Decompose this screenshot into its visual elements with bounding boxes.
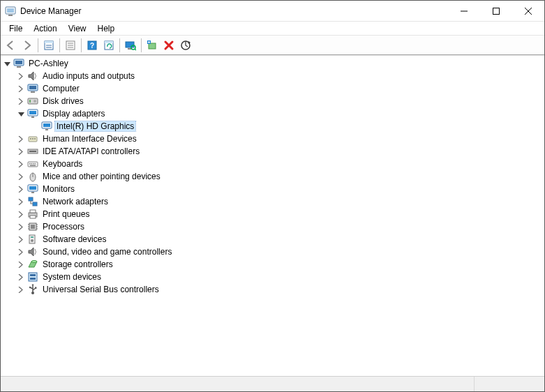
toolbar-separator (119, 38, 120, 52)
tree-item-label: Audio inputs and outputs (41, 71, 136, 81)
toolbar-refresh-button[interactable] (100, 37, 117, 54)
window-title: Device Manager (20, 6, 448, 16)
tree-item-label: Human Interface Devices (41, 134, 138, 144)
expander-icon[interactable] (16, 109, 26, 119)
network-icon (27, 196, 38, 207)
expander-icon[interactable] (16, 209, 26, 219)
toolbar-show-hide-console-button[interactable] (40, 37, 57, 54)
menu-action[interactable]: Action (28, 22, 62, 35)
printer-icon (27, 209, 38, 220)
expander-icon[interactable] (16, 134, 26, 144)
tree-item-label: Computer (41, 84, 81, 93)
toolbar-enable-button[interactable] (144, 37, 160, 54)
tree-root[interactable]: PC-Ashley (1, 57, 544, 70)
mouse-icon (27, 171, 38, 182)
computer-icon (13, 58, 24, 69)
toolbar-separator (141, 38, 142, 52)
expander-icon[interactable] (16, 84, 26, 93)
tree-item-label: Software devices (41, 234, 107, 244)
display-icon (41, 121, 52, 132)
tree-item-network[interactable]: Network adapters (15, 195, 544, 208)
tree-item-disk-drives[interactable]: Disk drives (15, 95, 544, 107)
tree-item-label: Sound, video and game controllers (41, 247, 173, 257)
tree-item-storage-controllers[interactable]: Storage controllers (15, 258, 544, 271)
audio-icon (27, 246, 38, 257)
maximize-button[interactable] (480, 1, 512, 22)
computer-icon (27, 83, 38, 94)
tree-item-label: Storage controllers (41, 259, 114, 269)
tree-item-ide[interactable]: IDE ATA/ATAPI controllers (15, 145, 544, 158)
tree-item-print-queues[interactable]: Print queues (15, 208, 544, 220)
cpu-icon (27, 221, 38, 232)
expander-icon[interactable] (2, 59, 12, 68)
toolbar (1, 36, 544, 55)
expander-icon[interactable] (16, 222, 26, 232)
expander-icon[interactable] (16, 272, 26, 282)
status-cell (475, 377, 544, 391)
tree-item-system-devices[interactable]: System devices (15, 271, 544, 283)
expander-icon[interactable] (16, 247, 26, 257)
audio-icon (27, 70, 38, 82)
expander-icon[interactable] (16, 146, 26, 156)
expander-icon[interactable] (16, 197, 26, 206)
expander-icon[interactable] (16, 71, 26, 81)
tree-item-software-devices[interactable]: Software devices (15, 233, 544, 246)
software-icon (27, 234, 38, 245)
tree-item-label: Network adapters (41, 197, 110, 206)
tree-item-label: Monitors (41, 184, 76, 194)
tree-item-usb[interactable]: Universal Serial Bus controllers (15, 283, 544, 296)
tree-item-keyboards[interactable]: Keyboards (15, 158, 544, 170)
tree-item-display-adapters[interactable]: Display adapters (15, 107, 544, 120)
disk-icon (27, 96, 38, 107)
expander-icon[interactable] (16, 259, 26, 269)
monitor-icon (27, 183, 38, 195)
toolbar-uninstall-button[interactable] (160, 37, 177, 54)
tree-item-label: Universal Serial Bus controllers (41, 285, 160, 294)
title-bar: Device Manager (1, 1, 544, 22)
tree-item-label: Mice and other pointing devices (41, 172, 162, 181)
device-tree[interactable]: PC-Ashley Audio inputs and outputs Compu… (1, 55, 544, 376)
tree-item-hid[interactable]: Human Interface Devices (15, 133, 544, 145)
expander-icon[interactable] (16, 96, 26, 106)
app-icon (5, 6, 16, 17)
toolbar-forward-button[interactable] (19, 37, 36, 54)
menu-file[interactable]: File (3, 22, 28, 35)
status-bar (1, 376, 544, 391)
storage-icon (27, 259, 38, 270)
system-icon (27, 271, 38, 282)
toolbar-properties-button[interactable] (62, 37, 79, 54)
tree-item-sound-video[interactable]: Sound, video and game controllers (15, 246, 544, 258)
keyboard-icon (27, 158, 38, 169)
close-button[interactable] (512, 1, 544, 22)
menu-help[interactable]: Help (92, 22, 121, 35)
tree-item-label: Disk drives (41, 96, 85, 106)
tree-item-audio[interactable]: Audio inputs and outputs (15, 70, 544, 82)
tree-item-label: Processors (41, 222, 86, 232)
tree-item-processors[interactable]: Processors (15, 220, 544, 233)
toolbar-separator (59, 38, 60, 52)
svg-rect-70 (493, 8, 500, 15)
toolbar-separator (81, 38, 82, 52)
expander-icon[interactable] (16, 234, 26, 244)
toolbar-scan-button[interactable] (122, 37, 139, 54)
menu-view[interactable]: View (63, 22, 92, 35)
expander-icon[interactable] (16, 184, 26, 194)
expander-icon[interactable] (16, 285, 26, 294)
tree-item-computer[interactable]: Computer (15, 82, 544, 95)
tree-item-label: IDE ATA/ATAPI controllers (41, 146, 141, 156)
toolbar-update-driver-button[interactable] (177, 37, 194, 54)
tree-item-label: Keyboards (41, 159, 84, 169)
ide-icon (27, 146, 38, 157)
toolbar-back-button[interactable] (2, 37, 19, 54)
tree-item-mice[interactable]: Mice and other pointing devices (15, 170, 544, 183)
minimize-button[interactable] (448, 1, 480, 22)
tree-item-monitors[interactable]: Monitors (15, 183, 544, 195)
toolbar-help-button[interactable] (84, 37, 100, 54)
tree-root-label: PC-Ashley (27, 59, 70, 68)
tree-item-intel-hd-graphics[interactable]: Intel(R) HD Graphics (29, 120, 544, 133)
tree-item-label: System devices (41, 272, 103, 282)
menu-bar: File Action View Help (1, 22, 544, 36)
expander-icon[interactable] (16, 172, 26, 181)
tree-item-label: Print queues (41, 209, 91, 219)
expander-icon[interactable] (16, 159, 26, 169)
